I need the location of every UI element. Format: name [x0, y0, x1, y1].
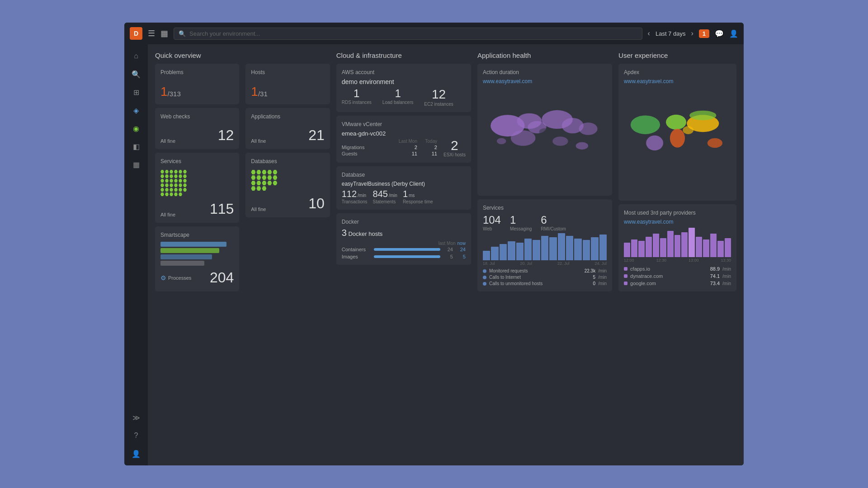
hex-dot [165, 192, 169, 196]
smartscape-card[interactable]: Smartscape ⚙ P [155, 226, 239, 291]
sidebar-item-home[interactable]: ⌂ [129, 49, 143, 63]
hamburger-menu-icon[interactable]: ☰ [148, 28, 155, 38]
svg-point-15 [670, 129, 685, 147]
vmw-today-col: Today [417, 139, 437, 144]
services-card[interactable]: Services All fine 115 [155, 153, 239, 223]
calls-unmonitored-unit: /min [598, 281, 607, 286]
aws-ec2-label: EC2 instances [424, 102, 453, 107]
tp-icon-1 [624, 267, 627, 271]
vmware-card[interactable]: VMware vCenter emea-gdn-vc002 Last Mon T… [336, 116, 471, 163]
hex-dot-db [262, 181, 266, 185]
cloud-title: Cloud & infrastructure [336, 52, 471, 59]
applications-card[interactable]: Applications All fine 21 [245, 108, 330, 149]
services-health-card[interactable]: Services 104 Web 1 Messaging [477, 199, 612, 291]
tp-name-2: dynatrace.com [630, 273, 708, 279]
hex-dot-db [273, 170, 277, 174]
monitored-dot [483, 269, 486, 273]
time-range-label[interactable]: Last 7 days [656, 30, 686, 37]
hex-dot [179, 188, 182, 192]
vmw-guests-last-mon: 11 [394, 151, 417, 156]
services-web-label: Web [483, 226, 501, 231]
notification-badge[interactable]: 1 [699, 29, 709, 38]
action-duration-url: www.easytravel.com [483, 78, 607, 84]
hex-dot [179, 170, 182, 174]
app-logo[interactable]: D [130, 27, 142, 40]
svg-point-11 [539, 128, 551, 136]
calls-internet-dot [483, 276, 486, 279]
hex-dot-db [251, 186, 255, 191]
search-bar[interactable]: 🔍 Search your environment... [174, 28, 642, 40]
docker-containers-bar [374, 248, 440, 251]
hex-dot [174, 170, 178, 174]
aws-rds-label: RDS instances [342, 100, 372, 105]
hex-dot [183, 170, 187, 174]
calls-unmonitored-label: Calls to unmonitored hosts [489, 281, 590, 286]
db-response-unit: ms [409, 193, 415, 198]
apdex-card[interactable]: Apdex www.easytravel.com [618, 64, 736, 201]
sidebar-item-entity4[interactable]: ▦ [129, 157, 143, 172]
hex-dot [170, 188, 173, 192]
third-party-card[interactable]: Most used 3rd party providers www.easytr… [618, 204, 736, 291]
services-rmi-label: RMI/Custom [541, 226, 566, 231]
docker-containers-now: 24 [456, 247, 466, 252]
user-icon[interactable]: 👤 [729, 29, 738, 38]
hex-dot-db [262, 170, 266, 174]
services-footer: Monitored requests 22.3k /min Calls to I… [483, 268, 607, 286]
services-health-label: Services [483, 205, 607, 211]
database-card[interactable]: Database easyTravelBusiness (Derby Clien… [336, 166, 471, 210]
hex-dot-db [256, 175, 261, 180]
aws-card[interactable]: AWS account demo environment 1 RDS insta… [336, 64, 471, 112]
tp-label-4: 13:30 [721, 258, 731, 263]
action-duration-card[interactable]: Action duration www.easytravel.com [477, 64, 612, 196]
sidebar-expand-icon[interactable]: ≫ [129, 410, 143, 425]
svg-point-19 [689, 111, 716, 120]
hosts-card[interactable]: Hosts 1 /31 [245, 64, 330, 104]
docker-containers-last: 24 [443, 247, 453, 252]
hex-dot [170, 174, 173, 178]
vmw-migrations-today: 2 [417, 145, 437, 150]
svg-point-9 [576, 142, 588, 149]
web-checks-card[interactable]: Web checks All fine 12 [155, 108, 239, 149]
hex-dot-db [273, 181, 277, 185]
databases-card[interactable]: Databases All fine 10 [245, 153, 330, 217]
dashboard-icon[interactable]: ▦ [160, 28, 168, 38]
hex-dot [174, 179, 178, 183]
tp-unit-3: /min [722, 281, 731, 286]
next-time-icon[interactable]: › [691, 29, 693, 38]
hex-dot [174, 174, 178, 178]
problems-card[interactable]: Problems 1 /313 [155, 64, 239, 104]
apdex-world-map-svg [624, 87, 731, 173]
docker-last-mon-col: last Mon [439, 241, 456, 246]
hex-dot [183, 179, 187, 183]
prev-time-icon[interactable]: ‹ [648, 29, 650, 38]
tp-val-3: 73.4 [710, 281, 720, 286]
third-party-chart [624, 228, 731, 257]
hex-dot [160, 192, 164, 196]
vmw-migrations-last-mon: 2 [394, 145, 417, 150]
apdex-world-map [624, 87, 731, 173]
hex-dot-db [267, 170, 272, 174]
hex-dot [174, 183, 178, 187]
topnav-right: ‹ Last 7 days › 1 💬 👤 [648, 29, 738, 38]
chat-icon[interactable]: 💬 [715, 29, 724, 38]
docker-images-bar [374, 255, 440, 258]
app-health-title: Application health [477, 52, 612, 59]
vmw-esxi-label: ESXi hosts [443, 152, 466, 157]
svg-point-7 [511, 130, 536, 145]
sidebar-item-apps[interactable]: ⊞ [129, 85, 143, 99]
sidebar-user-icon[interactable]: 👤 [129, 446, 143, 461]
sidebar-help-icon[interactable]: ? [129, 428, 143, 443]
tp-unit-1: /min [722, 267, 731, 272]
sidebar-item-entity2[interactable]: ◉ [129, 121, 143, 136]
smartscape-value: 204 [210, 269, 234, 286]
db-response-label: Response time [403, 199, 433, 204]
sidebar-item-entity3[interactable]: ◧ [129, 139, 143, 154]
docker-card[interactable]: Docker 3 Docker hosts last Mon now [336, 213, 471, 265]
aws-rds-stat: 1 RDS instances [342, 87, 372, 107]
vmw-guests-label: Guests [342, 151, 394, 156]
sidebar-item-entity1[interactable]: ◈ [129, 103, 143, 117]
sidebar-item-search[interactable]: 🔍 [129, 67, 143, 81]
svg-point-8 [552, 136, 568, 146]
aws-lb-stat: 1 Load balancers [382, 87, 413, 107]
services-status: All fine [160, 212, 175, 217]
